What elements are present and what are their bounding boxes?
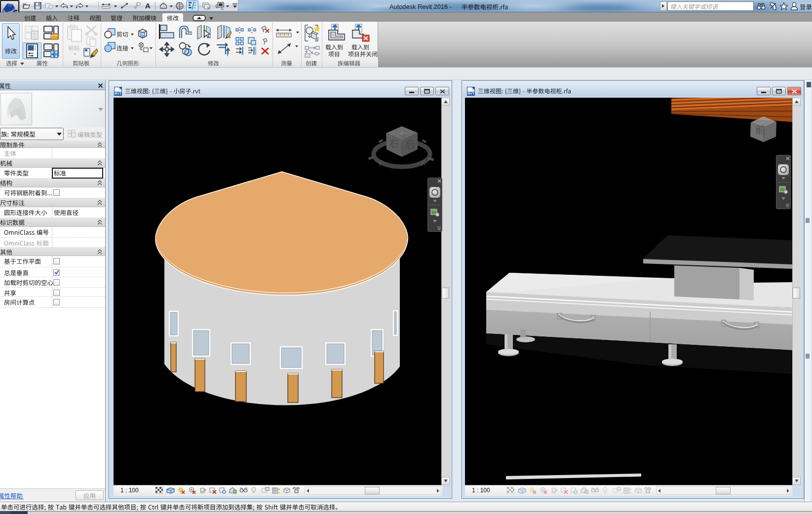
svg-text:RVT: RVT	[467, 92, 475, 95]
svg-text:RVT: RVT	[115, 92, 122, 95]
